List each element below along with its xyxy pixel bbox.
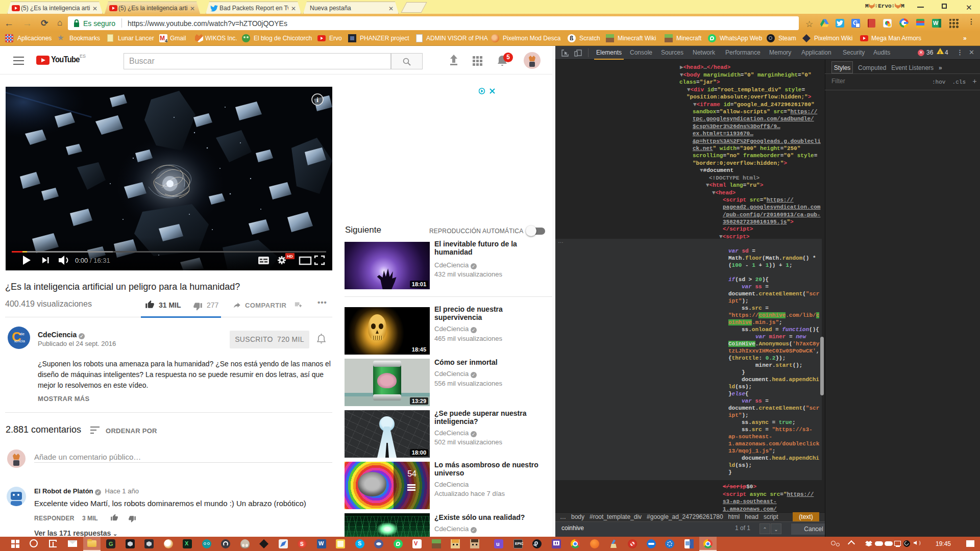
svg-text:0:00 / 16:31: 0:00 / 16:31 (75, 257, 110, 264)
svg-text:i: i (316, 96, 318, 104)
svg-text:HD: HD (287, 254, 293, 259)
